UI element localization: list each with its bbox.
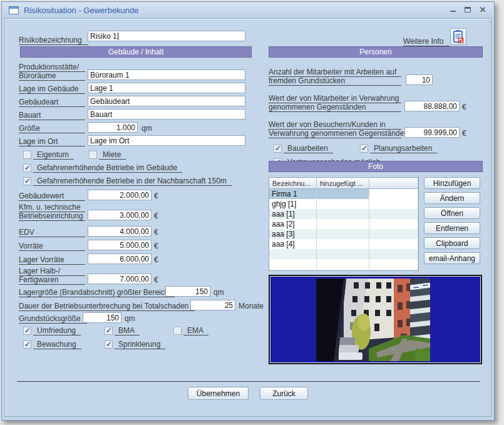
row-hinzugefuegt bbox=[317, 199, 369, 209]
clipboard-button[interactable]: Clipboard bbox=[424, 237, 480, 249]
minimize-icon bbox=[450, 10, 456, 12]
grundstuecksgroesse-value: 150 bbox=[106, 314, 119, 322]
gefahr-im-gebaeude-label: Gefahrenerhöhende Betriebe im Gebäude bbox=[33, 163, 182, 173]
table-row[interactable]: ghjg [1] bbox=[269, 199, 418, 209]
betriebseinrichtung-unit: € bbox=[154, 212, 158, 220]
umfriedung-label: Umfriedung bbox=[33, 326, 81, 335]
uebernehmen-button[interactable]: Übernehmen bbox=[188, 387, 249, 400]
aendern-button[interactable]: Ändern bbox=[424, 192, 480, 204]
checkbox-icon bbox=[105, 341, 113, 349]
row-bezeichnung: aaa [1] bbox=[269, 209, 317, 219]
gebaeudeart-label: Gebäudeart bbox=[19, 98, 85, 107]
entfernen-button[interactable]: Entfernen bbox=[424, 222, 480, 234]
bma-checkbox[interactable]: BMA bbox=[105, 326, 140, 335]
table-row[interactable]: aaa [1] bbox=[269, 209, 418, 219]
lager-halb-input[interactable]: 7.000,00 bbox=[88, 274, 152, 284]
restore-icon bbox=[465, 7, 471, 13]
section-foto-header: Foto bbox=[269, 161, 483, 172]
wert-mitarbeiter-unit: € bbox=[462, 103, 466, 111]
column-header-hinzugefuegt[interactable]: hinzugefügt ... bbox=[317, 178, 369, 188]
lagergroesse-input[interactable]: 150 bbox=[165, 286, 210, 297]
ema-label: EMA bbox=[183, 326, 208, 335]
close-button[interactable]: ✕ bbox=[478, 6, 487, 14]
lager-halb-unit: € bbox=[154, 275, 158, 284]
lager-vorraete-input[interactable]: 6.000,00 bbox=[88, 253, 152, 264]
gebaeudewert-value: 2.000,00 bbox=[120, 191, 149, 200]
lage-im-ort-input[interactable]: Lage im Ort bbox=[88, 135, 245, 146]
betriebseinrichtung-input[interactable]: 3.000,00 bbox=[88, 210, 152, 220]
ema-checkbox[interactable]: EMA bbox=[173, 326, 208, 335]
hinzufuegen-button[interactable]: Hinzufügen bbox=[424, 177, 480, 189]
bauarbeiten-checkbox[interactable]: Bauarbeiten bbox=[274, 144, 333, 153]
planungsarbeiten-checkbox[interactable]: Planungsarbeiten bbox=[360, 144, 437, 153]
eigentum-checkbox[interactable]: Eigentum bbox=[23, 150, 74, 160]
row-bezeichnung: Firma 1 bbox=[269, 189, 317, 199]
risikobezeichnung-label: Risikobezeichnung bbox=[19, 36, 88, 45]
groesse-label: Größe bbox=[19, 124, 85, 133]
gebaeudewert-input[interactable]: 2.000,00 bbox=[88, 190, 152, 200]
table-row[interactable]: aaa [4] bbox=[269, 239, 418, 249]
oeffnen-button[interactable]: Öffnen bbox=[424, 207, 480, 219]
section-personen-header: Personen bbox=[269, 46, 483, 58]
row-bezeichnung: aaa [4] bbox=[269, 239, 317, 249]
checkbox-icon bbox=[23, 151, 31, 159]
column-header-bezeichnung[interactable]: Bezeichnu... bbox=[269, 178, 317, 188]
bauart-input[interactable]: Bauart bbox=[88, 109, 245, 120]
lage-im-gebaeude-input[interactable]: Lage 1 bbox=[88, 83, 245, 93]
restore-button[interactable] bbox=[463, 6, 472, 14]
gefahr-nachbarschaft-checkbox[interactable]: Gefahrenerhöhende Betriebe in der Nachba… bbox=[23, 177, 232, 186]
row-bezeichnung: aaa [3] bbox=[269, 229, 317, 239]
zurueck-button[interactable]: Zurück bbox=[260, 387, 308, 400]
groesse-input[interactable]: 1.000 bbox=[88, 122, 138, 133]
lage-im-gebaeude-label: Lage im Gebäude bbox=[19, 84, 85, 94]
eigentum-label: Eigentum bbox=[33, 150, 74, 160]
gefahr-im-gebaeude-checkbox[interactable]: Gefahrenerhöhende Betriebe im Gebäude bbox=[23, 163, 182, 173]
row-hinzugefuegt bbox=[317, 209, 369, 219]
dauer-bu-unit: Monate bbox=[239, 302, 264, 310]
bewachung-checkbox[interactable]: Bewachung bbox=[23, 340, 81, 349]
sprinklerung-checkbox[interactable]: Sprinklerung bbox=[105, 340, 165, 349]
planungsarbeiten-label: Planungsarbeiten bbox=[370, 144, 437, 153]
produktionsstaette-input[interactable]: Büroraum 1 bbox=[88, 69, 245, 80]
weitere-info-button[interactable] bbox=[450, 28, 466, 45]
table-row[interactable]: Firma 1 bbox=[269, 189, 418, 199]
gebaeudeart-input[interactable]: Gebäudeart bbox=[88, 96, 245, 106]
vorraete-input[interactable]: 5.000,00 bbox=[88, 240, 152, 250]
wert-mitarbeiter-input[interactable]: 88.888,00 bbox=[404, 101, 460, 111]
groesse-unit: qm bbox=[141, 124, 152, 133]
checkbox-icon bbox=[23, 164, 31, 172]
table-row[interactable]: aaa [2] bbox=[269, 219, 418, 229]
email-anhang-button[interactable]: email-Anhang bbox=[424, 252, 480, 264]
checkbox-icon bbox=[274, 145, 282, 153]
bauart-value: Bauart bbox=[90, 110, 112, 119]
miete-checkbox[interactable]: Miete bbox=[89, 150, 126, 160]
risikosituation-dialog: Risikosituation - Gewerbekunde ✕ Risikob… bbox=[1, 1, 495, 421]
window-title: Risikosituation - Gewerbekunde bbox=[24, 6, 139, 15]
weitere-info-link[interactable]: Weitere Info bbox=[403, 37, 450, 46]
minimize-button[interactable] bbox=[448, 6, 457, 14]
foto-table[interactable]: Bezeichnu... hinzugefügt ... Firma 1 ghj… bbox=[269, 177, 419, 271]
clipboard-icon bbox=[453, 30, 464, 43]
row-hinzugefuegt bbox=[317, 219, 369, 229]
dauer-bu-value: 25 bbox=[225, 301, 233, 310]
dauer-bu-input[interactable]: 25 bbox=[190, 300, 235, 310]
produktionsstaette-label-line1: Produktionsstätte/ bbox=[19, 63, 85, 72]
wert-besucher-input[interactable]: 99.999,00 bbox=[404, 127, 460, 138]
edv-input[interactable]: 4.000,00 bbox=[88, 226, 152, 237]
risikobezeichnung-input[interactable]: Risiko 1 bbox=[88, 31, 245, 41]
umfriedung-checkbox[interactable]: Umfriedung bbox=[23, 326, 81, 335]
lager-halb-label-line1: Lager Halb-/ bbox=[19, 267, 85, 276]
grundstuecksgroesse-input[interactable]: 150 bbox=[83, 312, 121, 323]
column-header-empty[interactable] bbox=[369, 178, 418, 188]
betriebseinrichtung-label-line2: Betriebseinrichtung bbox=[19, 212, 85, 221]
betriebseinrichtung-value: 3.000,00 bbox=[120, 211, 149, 220]
bewachung-label: Bewachung bbox=[33, 340, 81, 349]
foto-table-header: Bezeichnu... hinzugefügt ... bbox=[269, 178, 418, 189]
wert-besucher-unit: € bbox=[462, 129, 466, 138]
wert-mitarbeiter-value: 88.888,00 bbox=[424, 102, 457, 111]
table-row[interactable]: aaa [3] bbox=[269, 229, 418, 239]
vorraete-value: 5.000,00 bbox=[120, 241, 149, 250]
anzahl-mitarbeiter-input[interactable]: 10 bbox=[406, 74, 433, 85]
anzahl-mitarbeiter-value: 10 bbox=[422, 76, 430, 84]
table-empty-row bbox=[269, 259, 418, 269]
